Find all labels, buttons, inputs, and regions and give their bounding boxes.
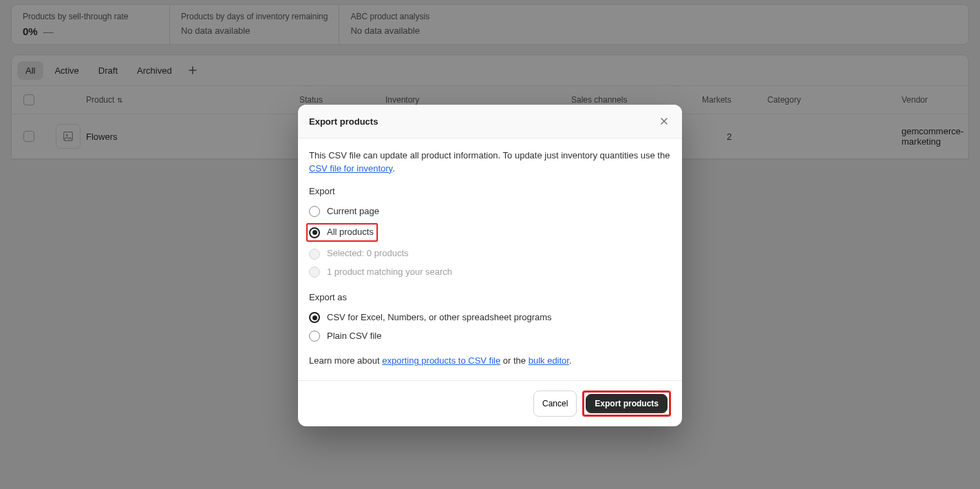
bulk-editor-link[interactable]: bulk editor bbox=[529, 355, 569, 366]
radio-icon bbox=[309, 227, 320, 238]
export-option-current-page[interactable]: Current page bbox=[309, 202, 671, 221]
export-section-label: Export bbox=[309, 185, 671, 198]
learn-more-text: Learn more about exporting products to C… bbox=[309, 355, 671, 368]
export-products-button[interactable]: Export products bbox=[586, 394, 668, 413]
export-option-selected: Selected: 0 products bbox=[309, 244, 671, 263]
cancel-button[interactable]: Cancel bbox=[533, 391, 577, 417]
exporting-products-link[interactable]: exporting products to CSV file bbox=[382, 355, 500, 366]
radio-icon bbox=[309, 249, 320, 260]
close-icon bbox=[660, 117, 668, 125]
export-format-plain-csv[interactable]: Plain CSV file bbox=[309, 327, 671, 346]
radio-icon bbox=[309, 312, 320, 323]
radio-icon bbox=[309, 331, 320, 342]
radio-icon bbox=[309, 206, 320, 217]
export-option-all-products[interactable]: All products bbox=[306, 223, 378, 242]
close-button[interactable] bbox=[657, 114, 671, 128]
modal-overlay: Export products This CSV file can update… bbox=[0, 0, 980, 489]
export-products-modal: Export products This CSV file can update… bbox=[298, 105, 682, 426]
modal-intro: This CSV file can update all product inf… bbox=[309, 149, 671, 176]
export-format-csv-excel[interactable]: CSV for Excel, Numbers, or other spreads… bbox=[309, 309, 671, 327]
radio-icon bbox=[309, 267, 320, 278]
export-as-section-label: Export as bbox=[309, 291, 671, 304]
csv-inventory-link[interactable]: CSV file for inventory bbox=[309, 163, 392, 174]
export-option-search-match: 1 product matching your search bbox=[309, 263, 671, 282]
modal-title: Export products bbox=[309, 116, 378, 127]
